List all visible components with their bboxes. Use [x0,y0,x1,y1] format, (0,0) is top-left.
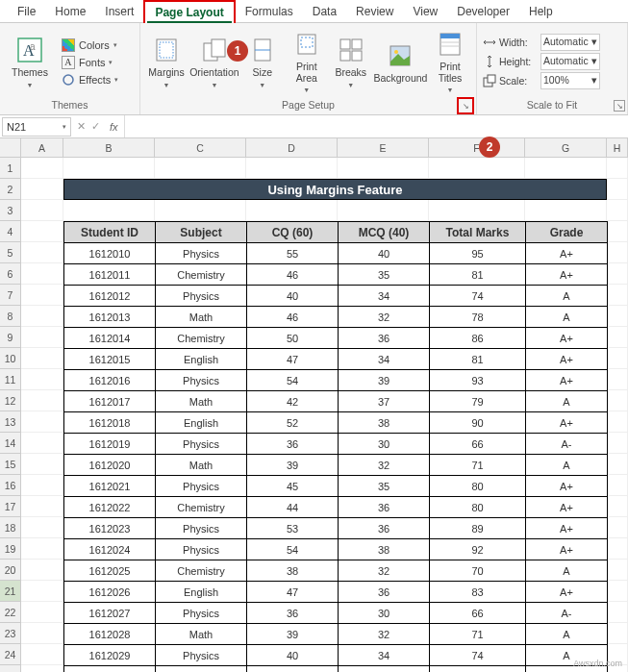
row-header-21[interactable]: 21 [0,581,21,602]
scale-height[interactable]: Height:Automatic ▾ [483,53,600,70]
table-row: 1612015English473481A+ [64,349,608,370]
row-header-20[interactable]: 20 [0,560,21,581]
row-header-24[interactable]: 24 [0,644,21,665]
colors-icon [62,38,75,52]
tab-page-layout[interactable]: Page Layout [143,0,235,23]
tab-developer[interactable]: Developer [447,1,519,22]
scale-launcher[interactable]: ↘ [614,100,625,112]
row-header-6[interactable]: 6 [0,263,21,285]
svg-rect-7 [212,39,225,57]
row-header-17[interactable]: 17 [0,496,21,517]
svg-point-17 [394,50,398,54]
name-box[interactable]: N21▾ [2,117,71,137]
table-header: Student ID [64,222,156,243]
svg-rect-19 [440,34,460,38]
row-header-16[interactable]: 16 [0,475,21,496]
fonts-dropdown[interactable]: AFonts ▾ [60,55,120,70]
table-row: 1612013Math463278A [64,307,608,328]
row-header-22[interactable]: 22 [0,602,21,623]
breaks-icon [336,35,366,65]
tab-data[interactable]: Data [303,1,346,22]
col-header-A[interactable]: A [21,138,63,158]
col-header-C[interactable]: C [155,138,246,158]
svg-rect-13 [352,39,362,49]
table-row: 1612021Physics453580A+ [64,476,608,497]
row-header-7[interactable]: 7 [0,285,21,306]
col-header-G[interactable]: G [525,138,607,158]
table-row: 1612020Math393271A [64,455,608,476]
tab-file[interactable]: File [8,1,45,22]
print-titles-button[interactable]: PrintTitles▼ [430,27,470,97]
effects-dropdown[interactable]: Effects ▾ [60,72,120,87]
row-header-5[interactable]: 5 [0,242,21,263]
row-header-10[interactable]: 10 [0,348,21,369]
ribbon-tabs: FileHomeInsertPage LayoutFormulasDataRev… [0,0,628,23]
size-button[interactable]: Size▼ [242,33,283,91]
col-header-D[interactable]: D [246,138,338,158]
col-header-B[interactable]: B [63,138,155,158]
svg-rect-15 [352,51,362,61]
themes-button[interactable]: Aa Themes▼ [6,33,54,91]
scale-width[interactable]: Width:Automatic ▾ [483,34,600,51]
row-header-25[interactable]: 25 [0,665,21,672]
group-page-setup: Margins▼Orientation▼Size▼PrintArea▼Break… [140,23,477,114]
colors-dropdown[interactable]: Colors ▾ [60,37,120,53]
col-header-E[interactable]: E [338,138,429,158]
effects-icon [62,73,75,87]
worksheet: 1234567891011121314151617181920212223242… [0,138,628,672]
enter-icon[interactable]: ✓ [91,120,100,133]
row-header-15[interactable]: 15 [0,454,21,475]
col-header-F[interactable]: F [429,138,525,158]
group-label-scale: Scale to Fit [483,97,621,114]
col-header-H[interactable]: H [607,138,628,158]
tab-insert[interactable]: Insert [95,1,143,22]
margins-button[interactable]: Margins▼ [146,33,187,91]
row-header-19[interactable]: 19 [0,538,21,560]
row-header-4[interactable]: 4 [0,221,21,242]
table-row: 1612026English473683A+ [64,582,608,603]
tab-review[interactable]: Review [346,1,403,22]
print-area-button[interactable]: PrintArea▼ [287,27,327,97]
table-row: 1612024Physics543892A+ [64,539,608,560]
table-header: MCQ (40) [339,222,430,243]
fonts-icon: A [62,56,75,69]
table-row: 1612022Chemistry443680A+ [64,497,608,518]
table-header: Subject [156,222,247,243]
print-area-icon [291,29,322,60]
row-header-14[interactable]: 14 [0,433,21,454]
table-row: 1612027Physics363066A- [64,603,608,624]
group-themes: Aa Themes▼ Colors ▾ AFonts ▾ Effects ▾ T… [0,23,140,114]
formula-input[interactable] [124,115,628,137]
page-setup-launcher[interactable]: ↘ [457,97,474,114]
background-button[interactable]: Background [375,38,426,87]
scale-scale[interactable]: Scale:100% ▾ [483,72,600,89]
row-header-11[interactable]: 11 [0,369,21,390]
cancel-icon[interactable]: ✕ [77,120,86,133]
orientation-icon [199,35,230,65]
table-row: 1612012Physics403474A [64,286,608,307]
table-row: 1612018English523890A+ [64,412,608,434]
row-header-8[interactable]: 8 [0,306,21,327]
tab-help[interactable]: Help [519,1,563,22]
table-header: CQ (60) [247,222,339,243]
row-header-12[interactable]: 12 [0,390,21,411]
row-header-18[interactable]: 18 [0,517,21,538]
background-icon [385,40,415,71]
row-header-9[interactable]: 9 [0,327,21,348]
table-row: 1612028Math393271A [64,624,608,645]
fx-label[interactable]: fx [104,121,124,133]
row-header-2[interactable]: 2 [0,179,21,200]
tab-home[interactable]: Home [45,1,95,22]
svg-text:a: a [30,41,36,52]
row-header-1[interactable]: 1 [0,158,21,179]
tab-view[interactable]: View [403,1,447,22]
row-header-23[interactable]: 23 [0,623,21,644]
select-all-corner[interactable] [0,138,21,158]
group-label-themes: Themes [6,97,134,114]
ribbon: 1 Aa Themes▼ Colors ▾ AFonts ▾ Effects ▾… [0,23,628,115]
tab-formulas[interactable]: Formulas [236,1,303,22]
breaks-button[interactable]: Breaks▼ [331,33,371,91]
group-label-page-setup: Page Setup [146,97,470,114]
row-header-3[interactable]: 3 [0,200,21,221]
row-header-13[interactable]: 13 [0,411,21,433]
